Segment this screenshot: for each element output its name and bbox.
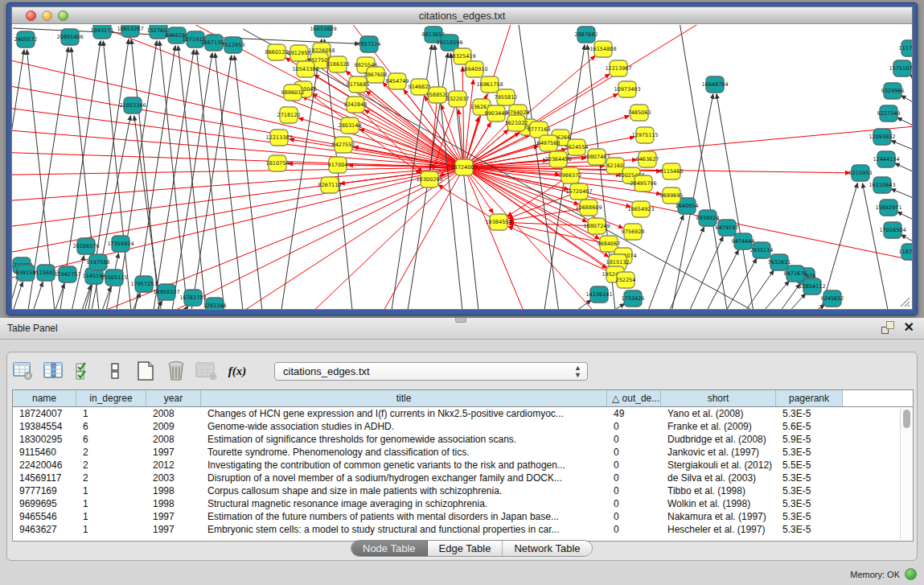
graph-node[interactable]: 9227349 [877, 105, 901, 122]
table-row[interactable]: 1938455462009Genome-wide association stu… [13, 420, 913, 433]
graph-node[interactable]: 21053346 [119, 97, 146, 113]
resize-grip-icon[interactable] [897, 295, 910, 307]
memory-status-indicator[interactable] [905, 568, 917, 580]
row-height-icon[interactable] [104, 360, 126, 382]
graph-node[interactable]: 9903448 [485, 105, 508, 122]
graph-node[interactable]: 9115460 [660, 163, 684, 179]
table-row[interactable]: 911546021997Tourette syndrome. Phenomeno… [13, 446, 913, 459]
tab-network-table[interactable]: Network Table [503, 541, 591, 556]
graph-node[interactable]: 10653287 [117, 25, 143, 37]
column-header-title[interactable]: title [201, 390, 607, 406]
graph-node[interactable]: 1893171 [91, 25, 114, 39]
graph-node[interactable]: 8660123 [265, 44, 289, 60]
graph-node[interactable]: 20364456 [544, 151, 571, 167]
graph-node[interactable]: 14136141 [585, 286, 612, 303]
graph-node[interactable]: 12444134 [873, 151, 899, 167]
graph-node[interactable]: 9329966 [881, 83, 905, 99]
graph-node[interactable]: 12942757 [54, 266, 80, 282]
graph-node[interactable]: 9463627 [636, 151, 659, 167]
graph-node[interactable]: 1621022 [505, 115, 528, 131]
table-row[interactable]: 1830029562008Estimation of significance … [13, 433, 913, 446]
graph-node[interactable]: 17359924 [107, 236, 133, 252]
graph-node[interactable]: 7955812 [495, 89, 518, 105]
graph-node[interactable]: 6497568 [537, 135, 561, 151]
table-select-dropdown[interactable]: citations_edges.txt ▲▼ [274, 362, 588, 381]
table-row[interactable]: 1456911722003Disruption of a novel membe… [13, 472, 913, 484]
graph-node[interactable]: 2867608 [364, 67, 388, 83]
column-header-year[interactable]: year [146, 390, 201, 406]
table-row[interactable]: 1872400712008Changes of HCN gene express… [13, 407, 913, 420]
table-row[interactable]: 946362711997Embryonic stem cells: a mode… [13, 523, 913, 536]
close-panel-icon[interactable]: ✕ [904, 321, 914, 334]
graph-node[interactable]: 8322037 [446, 91, 470, 107]
graph-node[interactable]: 16033809 [310, 25, 336, 37]
tab-edge-table[interactable]: Edge Table [428, 541, 503, 556]
graph-node[interactable]: 8215953 [849, 165, 873, 181]
graph-node[interactable]: 9242848 [344, 97, 368, 113]
graph-node[interactable]: 20206576 [72, 238, 99, 254]
graph-node[interactable]: 9699695 [660, 187, 684, 204]
graph-node[interactable]: 10688609 [575, 200, 602, 216]
scrollbar-thumb[interactable] [903, 410, 910, 428]
graph-node[interactable]: 12213383 [265, 130, 292, 146]
graph-node[interactable]: 9197588 [87, 254, 110, 270]
graph-node[interactable]: 5624554 [565, 139, 589, 155]
graph-node[interactable]: 2718120 [277, 107, 301, 123]
table-vertical-scrollbar[interactable] [900, 408, 912, 540]
graph-node[interactable]: 15692971 [875, 200, 901, 216]
graph-node[interactable]: 12505115 [101, 270, 127, 286]
graph-node[interactable]: 8471676 [784, 266, 807, 282]
graph-node[interactable]: 7857224 [358, 36, 381, 52]
graph-node[interactable]: 16648784 [701, 76, 728, 93]
panel-divider-handle[interactable] [455, 318, 466, 323]
graph-node[interactable]: 2887682 [575, 27, 598, 43]
column-header-short[interactable]: short [661, 390, 776, 406]
float-panel-icon[interactable] [881, 321, 894, 334]
network-window[interactable]: citations_edges.txt 24055722089140618931… [6, 2, 918, 315]
graph-node[interactable]: 8186328 [326, 56, 350, 72]
graph-node[interactable]: 7986372 [559, 167, 582, 183]
table-row[interactable]: 2242004622012Investigating the contribut… [13, 459, 913, 472]
new-table-icon[interactable] [134, 360, 157, 382]
graph-node[interactable]: 9175685 [347, 76, 370, 93]
function-builder-icon[interactable]: f(x) [226, 360, 248, 382]
column-header-out_de[interactable]: △ out_de... [607, 390, 661, 406]
graph-node[interactable]: 8267110 [318, 177, 342, 193]
graph-node[interactable]: 9896012 [281, 84, 305, 101]
table-row[interactable]: 946554611997Estimation of the future num… [13, 510, 913, 523]
window-titlebar[interactable]: citations_edges.txt [12, 7, 912, 24]
graph-node[interactable]: 8454749 [386, 73, 409, 89]
citation-network-graph[interactable]: 2405572208914061893171106532871527602646… [12, 25, 912, 309]
graph-node[interactable]: 16210643 [869, 177, 895, 193]
table-row[interactable]: 977716911998Corpus callosum shape and si… [13, 484, 913, 497]
network-canvas[interactable]: 2405572208914061893171106532871527602646… [12, 25, 912, 309]
graph-node[interactable]: 9756928 [622, 224, 645, 240]
graph-node[interactable]: 7512953 [222, 37, 245, 53]
graph-node[interactable]: 6479197 [716, 220, 739, 236]
graph-node[interactable]: 1292344 [203, 298, 227, 309]
graph-node[interactable]: 2405572 [14, 31, 38, 47]
graph-node[interactable]: 12093832 [869, 129, 895, 145]
column-header-pagerank[interactable]: pagerank [776, 390, 843, 406]
graph-node[interactable]: 9245652 [821, 290, 844, 307]
column-header-in_degree[interactable]: in_degree [76, 390, 146, 406]
column-header-name[interactable]: name [13, 390, 76, 406]
select-checkmarks-icon[interactable] [73, 360, 96, 382]
graph-node[interactable]: 252254 [616, 272, 636, 288]
delete-table-icon[interactable] [165, 360, 187, 382]
table-settings-icon[interactable] [12, 360, 35, 382]
graph-node[interactable]: 62160 [606, 158, 624, 174]
graph-node[interactable]: 17016504 [879, 222, 906, 238]
graph-node[interactable]: 2803144 [339, 117, 362, 134]
tab-node-table[interactable]: Node Table [351, 541, 428, 556]
graph-node[interactable]: 917004 [328, 157, 348, 173]
graph-node[interactable]: 7485063 [628, 105, 651, 121]
graph-node[interactable]: 8938924 [696, 210, 720, 226]
show-columns-icon[interactable] [43, 360, 65, 382]
table-row[interactable]: 969969511998Structural magnetic resonanc… [13, 497, 913, 510]
graph-node[interactable]: 1810754 [266, 155, 290, 171]
graph-node[interactable]: 1733426 [622, 290, 645, 307]
graph-node[interactable]: 16154808 [589, 41, 616, 57]
graph-node[interactable]: 10973493 [614, 81, 640, 97]
graph-node[interactable]: 12975115 [631, 127, 658, 143]
